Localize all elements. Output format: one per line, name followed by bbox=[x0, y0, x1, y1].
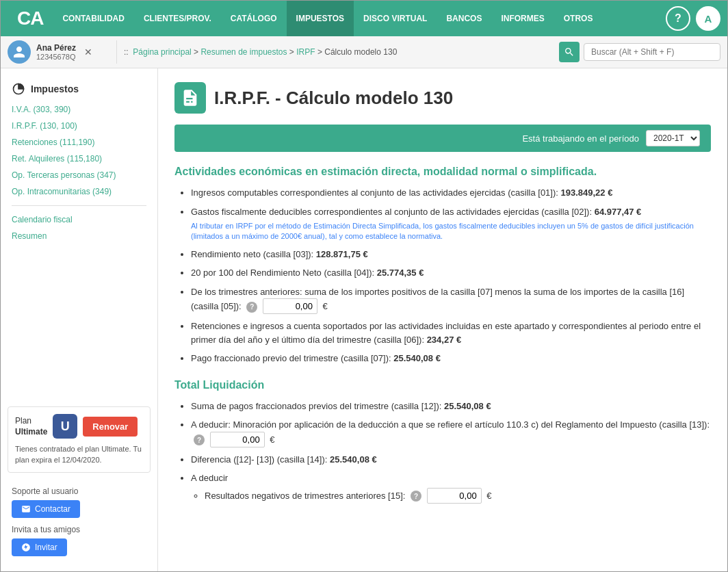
help-icon-15[interactable]: ? bbox=[411, 491, 421, 502]
main-layout: Impuestos I.V.A. (303, 390) I.R.P.F. (13… bbox=[1, 68, 727, 571]
periodo-select[interactable]: 2020-1T bbox=[646, 130, 700, 146]
app-logo: CA bbox=[8, 8, 53, 29]
section1-bullet-list: Ingresos computables correspondientes al… bbox=[174, 186, 711, 365]
bullet-20-label: 20 por 100 del Rendimiento Neto (casilla… bbox=[191, 268, 377, 278]
input-casilla-13[interactable] bbox=[210, 432, 265, 447]
user-id: 12345678Q bbox=[36, 53, 76, 61]
help-icon-13[interactable]: ? bbox=[194, 434, 205, 445]
bullet-gastos-value: 64.977,47 € bbox=[595, 207, 642, 217]
support-label: Soporte al usuario bbox=[12, 486, 146, 496]
sidebar-link-iva[interactable]: I.V.A. (303, 390) bbox=[1, 101, 157, 118]
tl-sub-bullet1-label: Resultados negativos de trimestres anter… bbox=[205, 491, 405, 501]
support-section: Soporte al usuario Contactar Invita a tu… bbox=[1, 480, 157, 563]
bullet-gastos: Gastos fiscalmente deducibles correspond… bbox=[191, 205, 711, 242]
bullet-20-value: 25.774,35 € bbox=[377, 268, 424, 278]
breadcrumb-level2-link[interactable]: IRPF bbox=[296, 47, 315, 57]
nav-impuestos[interactable]: IMPUESTOS bbox=[287, 1, 354, 36]
sidebar-link-op-terceras[interactable]: Op. Terceras personas (347) bbox=[1, 167, 157, 183]
breadcrumb-bar: Ana Pérez 12345678Q ✕ :: Página principa… bbox=[1, 36, 727, 68]
user-info-bar: Ana Pérez 12345678Q ✕ bbox=[8, 40, 117, 64]
sidebar-link-ret-alquileres[interactable]: Ret. Alquileres (115,180) bbox=[1, 151, 157, 167]
total-liquidacion-section: Total Liquidación Suma de pagos fraccion… bbox=[174, 379, 711, 504]
sidebar: Impuestos I.V.A. (303, 390) I.R.P.F. (13… bbox=[1, 68, 158, 571]
sidebar-link-retenciones[interactable]: Retenciones (111,190) bbox=[1, 134, 157, 151]
nav-disco-virtual[interactable]: DISCO VIRTUAL bbox=[354, 1, 437, 36]
input-casilla-05[interactable] bbox=[263, 298, 317, 314]
plan-label: Plan Ultimate bbox=[15, 415, 47, 438]
breadcrumb-level1-link[interactable]: Resumen de impuestos bbox=[200, 47, 287, 57]
bullet-20porciento: 20 por 100 del Rendimiento Neto (casilla… bbox=[191, 266, 711, 280]
contactar-label: Contactar bbox=[35, 504, 70, 514]
bullet-pago-label: Pago fraccionado previo del trimestre (c… bbox=[191, 353, 393, 363]
search-button[interactable] bbox=[559, 42, 580, 62]
periodo-label: Está trabajando en el período bbox=[522, 133, 639, 144]
sidebar-link-irpf[interactable]: I.R.P.F. (130, 100) bbox=[1, 118, 157, 134]
bullet-rendimiento-label: Rendimiento neto (casilla [03]): bbox=[191, 249, 316, 259]
bullet-pago-value: 25.540,08 € bbox=[393, 353, 441, 363]
sidebar-divider bbox=[12, 205, 146, 206]
help-button[interactable]: ? bbox=[666, 6, 690, 31]
tl-bullet4: A deducir Resultados negativos de trimes… bbox=[191, 471, 711, 504]
nav-contabilidad[interactable]: CONTABILIDAD bbox=[53, 1, 133, 36]
note-tributar: Al tributar en IRPF por el método de Est… bbox=[191, 221, 711, 242]
help-icon-05[interactable]: ? bbox=[246, 302, 257, 313]
breadcrumb-current: Cálculo modelo 130 bbox=[324, 47, 397, 57]
sidebar-link-calendario[interactable]: Calendario fiscal bbox=[1, 211, 157, 228]
invitar-label: Invita a tus amigos bbox=[12, 525, 146, 534]
tl-bullet1: Suma de pagos fraccionados previos del t… bbox=[191, 400, 711, 413]
plan-label-text: Plan Ultimate bbox=[15, 416, 47, 437]
page-title: I.R.P.F. - Cálculo modelo 130 bbox=[214, 88, 453, 109]
renovar-button[interactable]: Renovar bbox=[83, 417, 138, 437]
nav-otros[interactable]: OTROS bbox=[554, 1, 603, 36]
user-avatar-nav[interactable]: A bbox=[696, 6, 720, 31]
bullet-ingresos: Ingresos computables correspondientes al… bbox=[191, 186, 711, 200]
bullet-rendimiento-value: 128.871,75 € bbox=[316, 249, 368, 259]
plan-box: Plan Ultimate U Renovar Tienes contratad… bbox=[8, 406, 151, 473]
search-input[interactable] bbox=[584, 43, 720, 61]
page-title-row: I.R.P.F. - Cálculo modelo 130 bbox=[174, 82, 711, 114]
tl-bullet3-label: Diferencia ([12]- [13]) (casilla [14]): bbox=[191, 454, 330, 465]
tl-bullet2-label: A deducir: Minoración por aplicación de … bbox=[191, 419, 710, 430]
plan-info-text: Tienes contratado el plan Ultimate. Tu p… bbox=[15, 444, 143, 465]
total-bullet-list: Suma de pagos fraccionados previos del t… bbox=[174, 400, 711, 504]
top-navigation: CA CONTABILIDAD CLIENTES/PROV. CATÁLOGO … bbox=[1, 1, 727, 36]
invitar-button[interactable]: Invitar bbox=[12, 538, 67, 556]
invitar-btn-label: Invitar bbox=[35, 543, 57, 552]
main-content: I.R.P.F. - Cálculo modelo 130 Está traba… bbox=[158, 68, 727, 571]
input-casilla-15[interactable] bbox=[427, 488, 482, 504]
breadcrumb-prefix: :: bbox=[124, 47, 131, 57]
plan-header: Plan Ultimate U Renovar bbox=[15, 414, 143, 439]
bullet-retenciones: Retenciones e ingresos a cuenta soportad… bbox=[191, 320, 711, 346]
user-avatar-small bbox=[8, 40, 31, 64]
main-window: CA CONTABILIDAD CLIENTES/PROV. CATÁLOGO … bbox=[0, 0, 728, 572]
breadcrumb-path: :: Página principal > Resumen de impuest… bbox=[124, 47, 552, 57]
page-title-icon bbox=[174, 82, 206, 114]
tl-bullet1-label: Suma de pagos fraccionados previos del t… bbox=[191, 401, 444, 411]
nav-informes[interactable]: INFORMES bbox=[491, 1, 554, 36]
plan-u-logo: U bbox=[53, 414, 77, 439]
user-details: Ana Pérez 12345678Q bbox=[36, 43, 76, 61]
breadcrumb-home-link[interactable]: Página principal bbox=[133, 47, 191, 57]
close-user-icon[interactable]: ✕ bbox=[84, 47, 92, 57]
bullet-gastos-label: Gastos fiscalmente deducibles correspond… bbox=[191, 207, 595, 217]
periodo-bar: Está trabajando en el período 2020-1T bbox=[174, 125, 711, 152]
tl-bullet1-value: 25.540,08 € bbox=[444, 401, 491, 411]
sidebar-link-resumen[interactable]: Resumen bbox=[1, 228, 157, 244]
nav-bancos[interactable]: BANCOS bbox=[437, 1, 491, 36]
tl-bullet3: Diferencia ([12]- [13]) (casilla [14]): … bbox=[191, 453, 711, 467]
section1-title: Actividades económicas en estimación dir… bbox=[174, 166, 711, 178]
sidebar-link-op-intracom[interactable]: Op. Intracomunitarias (349) bbox=[1, 183, 157, 200]
tl-sub-bullet1: Resultados negativos de trimestres anter… bbox=[205, 488, 711, 504]
nav-clientes[interactable]: CLIENTES/PROV. bbox=[134, 1, 221, 36]
bullet-retenciones-value: 234,27 € bbox=[427, 335, 462, 345]
bullet-pago-fraccionado: Pago fraccionado previo del trimestre (c… bbox=[191, 352, 711, 365]
bullet-rendimiento: Rendimiento neto (casilla [03]): 128.871… bbox=[191, 248, 711, 261]
nav-catalogo[interactable]: CATÁLOGO bbox=[221, 1, 287, 36]
bullet-trimestres: De los trimestres anteriores: suma de lo… bbox=[191, 285, 711, 315]
contactar-button[interactable]: Contactar bbox=[12, 500, 80, 518]
user-name: Ana Pérez bbox=[36, 43, 76, 53]
search-area bbox=[559, 42, 720, 62]
section2-title: Total Liquidación bbox=[174, 379, 711, 391]
bullet-ingresos-label: Ingresos computables correspondientes al… bbox=[191, 187, 561, 198]
sidebar-section-title: Impuestos bbox=[1, 77, 157, 101]
